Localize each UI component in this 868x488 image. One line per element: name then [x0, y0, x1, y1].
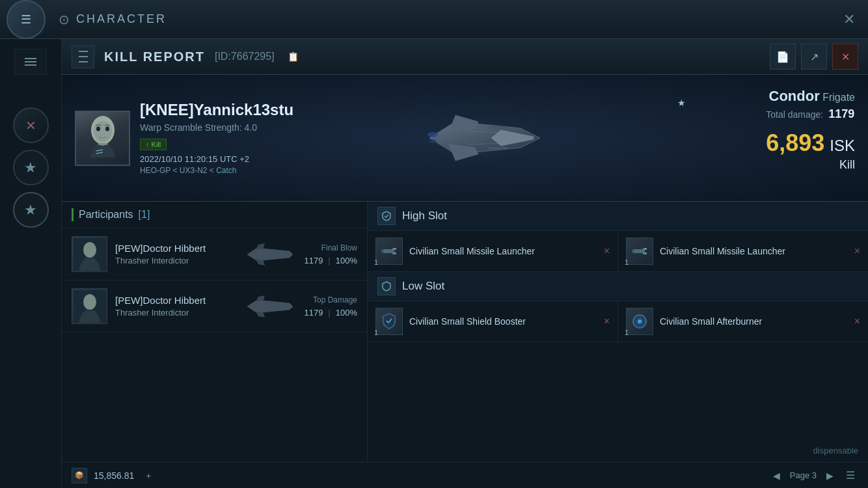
low-slot-close-2[interactable]: × — [854, 316, 860, 327]
missile-launcher-icon-1 — [379, 241, 399, 261]
participant-card-1[interactable]: [PEW]Doctor Hibbert Thrasher Interdictor… — [62, 228, 367, 280]
high-slot-icon-1 — [375, 237, 403, 265]
high-slot-icon-2 — [626, 237, 653, 265]
report-button[interactable]: 📄 — [770, 44, 796, 70]
line2 — [25, 61, 36, 62]
copy-icon[interactable]: 📋 — [288, 51, 299, 62]
line3 — [79, 61, 88, 62]
total-damage-value: 1179 — [828, 107, 854, 121]
participant-card-2[interactable]: [PEW]Doctor Hibbert Thrasher Interdictor… — [62, 280, 367, 332]
svg-point-9 — [96, 127, 100, 131]
high-slot-title: High Slot — [402, 210, 447, 223]
kill-report-bar: KILL REPORT [ID:7667295] 📋 📄 ↗ ✕ — [62, 39, 868, 75]
missile-launcher-icon-2 — [630, 241, 649, 261]
footer-next-button[interactable]: ▶ — [823, 469, 836, 482]
participant-info-2: [PEW]Doctor Hibbert Thrasher Interdictor — [115, 295, 236, 318]
dispensable-text: dispensable — [813, 446, 858, 455]
participants-panel: Participants [1] [PEW]Doctor Hibbert Thr… — [62, 202, 368, 488]
stats-row-2: 1179 | 100% — [304, 308, 357, 318]
footer-prev-button[interactable]: ◀ — [770, 469, 783, 482]
high-slot-close-2[interactable]: × — [854, 245, 860, 257]
participants-header: Participants [1] — [62, 202, 367, 228]
high-slot-item-1[interactable]: 1 Civilian Small Missile Launc — [368, 231, 618, 271]
character-title: CHARACTER — [76, 12, 167, 26]
isk-amount: 6,893 — [766, 131, 824, 155]
svg-point-28 — [645, 249, 646, 250]
kill-report-title: KILL REPORT — [104, 49, 205, 64]
svg-point-17 — [83, 294, 96, 310]
left-sidebar: ✕ ★ ★ — [0, 39, 62, 488]
damage-value-1: 1179 — [304, 256, 323, 265]
svg-point-32 — [638, 319, 642, 323]
participant-ship-1: Thrasher Interdictor — [115, 256, 236, 265]
low-slot-title: Low Slot — [402, 280, 444, 293]
kr-menu-button[interactable] — [72, 46, 94, 68]
low-slot-header: Low Slot — [368, 272, 868, 301]
high-slot-name-2: Civilian Small Missile Launcher — [660, 245, 848, 257]
participant-ship-image-2 — [244, 290, 296, 323]
ship-info: ★ Condor Frigate Total damage: 1179 6,89… — [766, 88, 855, 172]
participants-count: [1] — [139, 209, 150, 221]
top-bar: ☰ ⊙ CHARACTER ✕ — [0, 0, 868, 39]
main-content: KILL REPORT [ID:7667295] 📋 📄 ↗ ✕ — [62, 39, 868, 488]
low-slot-section: Low Slot 1 Civilian Small Shi — [368, 272, 868, 342]
share-button[interactable]: ↗ — [801, 44, 827, 70]
participant-ship-2: Thrasher Interdictor — [115, 308, 236, 318]
kr-menu-icon — [79, 51, 88, 62]
high-slot-qty-2: 1 — [625, 258, 629, 266]
footer-icon-button[interactable]: 📦 — [72, 468, 87, 483]
low-slot-item-1[interactable]: 1 Civilian Small Shield Booster × — [368, 301, 618, 342]
kill-datetime: 2022/10/10 11:20:15 UTC +2 — [140, 154, 855, 164]
line2 — [79, 56, 88, 57]
sidebar-cross-button[interactable]: ✕ — [13, 107, 49, 143]
participant-ship-image-1 — [244, 238, 296, 271]
svg-rect-21 — [381, 250, 384, 252]
high-slot-name-1: Civilian Small Missile Launcher — [409, 245, 597, 257]
line1 — [25, 58, 36, 59]
high-slot-section: High Slot 1 — [368, 202, 868, 272]
sidebar-star-button1[interactable]: ★ — [13, 150, 49, 185]
damage-value-2: 1179 — [304, 308, 323, 318]
high-slot-header: High Slot — [368, 202, 868, 231]
isk-label: ISK — [830, 137, 855, 155]
participant-name-1: [PEW]Doctor Hibbert — [115, 243, 236, 254]
footer-filter-button[interactable]: ☰ — [843, 468, 858, 483]
menu-circle-button[interactable]: ☰ — [7, 0, 46, 39]
shield-booster-icon — [379, 312, 399, 331]
line1 — [79, 51, 88, 52]
app-close-button[interactable]: ✕ — [843, 11, 855, 28]
role-label-2: Top Damage — [304, 295, 357, 305]
sidebar-star-button2[interactable]: ★ — [13, 192, 49, 228]
participant-stats-1: Final Blow 1179 | 100% — [304, 243, 357, 265]
high-slot-close-1[interactable]: × — [604, 245, 610, 257]
footer-page: Page 3 — [790, 470, 817, 480]
pilot-info: [KNEE]Yannick13stu Warp Scramble Strengt… — [140, 101, 855, 175]
role-label-1: Final Blow — [304, 243, 357, 252]
high-slot-items-row: 1 Civilian Small Missile Launc — [368, 231, 868, 271]
svg-point-8 — [94, 121, 112, 142]
ship-type: Frigate — [822, 92, 855, 103]
participant-name-2: [PEW]Doctor Hibbert — [115, 295, 236, 306]
low-slot-qty-1: 1 — [374, 329, 378, 336]
footer-bar: 📦 15,856.81 + ◀ Page 3 ▶ ☰ — [62, 462, 868, 488]
low-slot-close-1[interactable]: × — [604, 316, 610, 327]
participant-avatar-1 — [72, 236, 107, 272]
participant-avatar-2 — [72, 288, 107, 324]
high-slot-icon — [377, 207, 396, 225]
total-damage-label: Total damage: — [766, 109, 823, 120]
afterburner-icon — [630, 312, 649, 331]
pilot-avatar — [75, 111, 130, 166]
hamburger-icon: ☰ — [21, 14, 31, 25]
svg-point-22 — [394, 249, 396, 250]
close-report-button[interactable]: ✕ — [832, 44, 858, 70]
low-slot-item-2[interactable]: 1 Civilian Small Afterburner × — [618, 301, 868, 342]
low-slot-icon-2 — [626, 308, 653, 335]
low-slot-name-2: Civilian Small Afterburner — [660, 316, 848, 327]
ship-name: Condor — [769, 88, 820, 104]
sidebar-menu-button[interactable] — [14, 49, 47, 75]
participants-title: Participants — [79, 209, 133, 221]
high-slot-item-2[interactable]: 1 Civilian Small Missile Launc — [618, 231, 868, 271]
sep-1: | — [328, 256, 330, 265]
participants-line — [72, 208, 74, 221]
kill-report-id: [ID:7667295] — [215, 51, 275, 62]
